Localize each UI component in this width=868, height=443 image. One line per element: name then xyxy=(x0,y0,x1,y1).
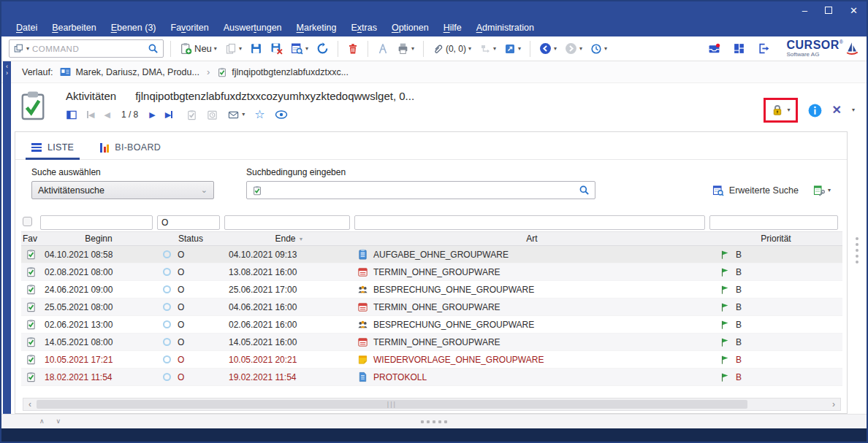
chevron-down-icon[interactable]: ▾ xyxy=(554,46,557,52)
filter-input-art[interactable] xyxy=(354,215,705,230)
lock-icon[interactable] xyxy=(771,104,784,117)
chevron-down-icon[interactable]: ▾ xyxy=(468,46,471,52)
last-record-button[interactable]: ▶ xyxy=(165,111,172,119)
table-row[interactable]: 04.10.2021 08:58 O 04.10.2021 09:13 AUFG… xyxy=(21,246,842,263)
horizontal-scrollbar[interactable]: ‹ ||| › xyxy=(23,398,841,411)
copy-record-button[interactable]: ▾ xyxy=(223,42,244,56)
menu-item-datei[interactable]: Datei xyxy=(9,23,45,33)
workflow-button[interactable]: ▾ xyxy=(477,42,498,56)
new-record-button[interactable]: Neu ▾ xyxy=(178,41,219,56)
menu-item-marketing[interactable]: Marketing xyxy=(289,23,344,33)
chevron-down-icon[interactable]: ▾ xyxy=(493,46,496,52)
table-row[interactable]: 10.05.2021 17:21 O 10.05.2021 20:21 WIED… xyxy=(21,351,842,369)
watch-eye-icon[interactable] xyxy=(275,109,288,120)
chevron-down-icon[interactable]: ▾ xyxy=(788,107,791,113)
fav-cell[interactable] xyxy=(21,249,40,260)
search-condition-box[interactable] xyxy=(246,181,595,199)
search-icon[interactable] xyxy=(579,185,590,196)
scroll-left-icon[interactable]: ‹ xyxy=(23,398,37,410)
menu-item-extras[interactable]: Extras xyxy=(343,23,384,33)
chevron-down-icon[interactable]: ▾ xyxy=(239,46,242,52)
chevron-down-icon[interactable]: ▾ xyxy=(518,46,521,52)
chevron-down-icon[interactable]: ▾ xyxy=(214,46,217,52)
copy-activity-icon[interactable] xyxy=(186,109,197,120)
back-button[interactable]: ▾ xyxy=(537,41,559,56)
logout-icon[interactable] xyxy=(757,42,770,55)
menu-item-auswertungen[interactable]: Auswertungen xyxy=(216,23,289,33)
save-button[interactable] xyxy=(248,41,264,56)
chevron-right-icon[interactable]: › xyxy=(6,70,8,77)
attachments-button[interactable]: (0, 0) ▾ xyxy=(430,42,473,55)
close-window-button[interactable]: ✕ xyxy=(850,6,858,15)
chevron-down-icon[interactable]: ▾ xyxy=(411,46,414,52)
inbox-notification-icon[interactable] xyxy=(707,42,721,55)
chevron-down-icon[interactable]: ▾ xyxy=(604,46,607,52)
filter-input-prioritaet[interactable] xyxy=(709,215,838,230)
splitter-grip-icon[interactable] xyxy=(856,237,859,263)
menu-item-ebenen-3[interactable]: Ebenen (3) xyxy=(104,23,164,33)
fav-cell[interactable] xyxy=(21,336,40,347)
chevron-down-icon[interactable]: ▾ xyxy=(579,46,582,52)
breadcrumb-item-contact[interactable]: Marek, Dariusz, DMA, Produ... xyxy=(60,67,199,77)
tab-liste[interactable]: LISTE xyxy=(31,142,74,159)
open-new-window-button[interactable]: ▾ xyxy=(502,42,523,56)
dashboard-icon[interactable] xyxy=(733,42,745,55)
menu-item-hilfe[interactable]: Hilfe xyxy=(436,23,469,33)
favorite-star-icon[interactable]: ☆ xyxy=(254,109,264,120)
tab-bi-board[interactable]: BI-BOARD xyxy=(100,142,161,159)
column-header-fav[interactable]: Fav xyxy=(21,234,40,244)
table-row[interactable]: 24.06.2021 09:00 O 25.06.2021 17:00 BESP… xyxy=(21,281,842,298)
menu-item-favoriten[interactable]: Favoriten xyxy=(164,23,216,33)
close-record-icon[interactable]: ✕ xyxy=(832,104,842,116)
column-header-prioritaet[interactable]: Priorität xyxy=(709,234,842,244)
chevron-down-icon[interactable]: ▾ xyxy=(26,46,29,52)
command-input[interactable] xyxy=(32,45,145,53)
table-row[interactable]: 02.08.2021 08:00 O 13.08.2021 16:00 TERM… xyxy=(21,263,842,281)
fav-cell[interactable] xyxy=(21,266,40,277)
table-settings-button[interactable]: ▾ xyxy=(813,185,831,196)
fav-cell[interactable] xyxy=(21,371,40,382)
refresh-button[interactable] xyxy=(314,41,331,56)
filter-input-ende[interactable] xyxy=(224,215,350,230)
scroll-right-icon[interactable]: › xyxy=(827,398,840,410)
search-list-button[interactable]: ▾ xyxy=(289,41,311,56)
search-condition-input[interactable] xyxy=(267,185,574,196)
delete-button[interactable] xyxy=(345,42,361,56)
validate-button[interactable] xyxy=(375,42,391,56)
maximize-button[interactable] xyxy=(825,6,832,15)
previous-record-button[interactable]: ◀ xyxy=(104,111,110,119)
bottom-splitter-grip-icon[interactable] xyxy=(421,420,447,423)
search-select[interactable]: Aktivitätensuche ⌄ xyxy=(31,181,214,199)
filter-input-beginn[interactable] xyxy=(40,215,153,230)
table-row[interactable]: 02.06.2021 13:00 O 02.06.2021 16:00 BESP… xyxy=(21,316,842,334)
breadcrumb-item-activity[interactable]: fjlnqipotbgtenzlabfuxdztxxc... xyxy=(217,67,349,77)
search-icon[interactable] xyxy=(148,43,159,54)
column-header-art[interactable]: Art xyxy=(354,234,709,244)
print-button[interactable]: ▾ xyxy=(395,41,416,56)
table-row[interactable]: 14.05.2021 08:00 O 14.05.2021 16:00 TERM… xyxy=(21,334,842,351)
chevron-down-icon[interactable]: ▾ xyxy=(305,46,308,52)
save-close-button[interactable] xyxy=(268,41,285,56)
minimize-button[interactable]: – xyxy=(802,6,807,15)
collapse-down-icon[interactable]: ∨ xyxy=(56,418,61,425)
column-header-ende[interactable]: Ende▼ xyxy=(224,234,354,244)
expand-up-icon[interactable]: ∧ xyxy=(39,418,45,425)
send-email-button[interactable]: ▾ xyxy=(227,109,245,120)
table-row[interactable]: 25.05.2021 08:00 O 04.06.2021 16:00 TERM… xyxy=(21,298,842,316)
fav-cell[interactable] xyxy=(21,301,40,312)
chevron-down-icon[interactable]: ▾ xyxy=(852,107,855,113)
menu-item-bearbeiten[interactable]: Bearbeiten xyxy=(45,23,103,33)
archive-clock-icon[interactable] xyxy=(207,109,218,120)
forward-button[interactable]: ▾ xyxy=(563,41,585,56)
right-splitter[interactable] xyxy=(848,130,867,414)
collapse-rail[interactable]: ‹ › xyxy=(3,61,11,414)
command-search-box[interactable]: ▾ xyxy=(9,39,164,58)
menu-item-administration[interactable]: Administration xyxy=(469,23,541,33)
favorites-filter-checkbox[interactable] xyxy=(23,217,32,226)
fav-cell[interactable] xyxy=(21,284,40,295)
scrollbar-thumb[interactable]: ||| xyxy=(37,400,747,409)
info-icon[interactable] xyxy=(808,104,822,118)
chevron-down-icon[interactable]: ▾ xyxy=(242,112,245,118)
next-record-button[interactable]: ▶ xyxy=(149,111,155,119)
menu-item-optionen[interactable]: Optionen xyxy=(384,23,436,33)
